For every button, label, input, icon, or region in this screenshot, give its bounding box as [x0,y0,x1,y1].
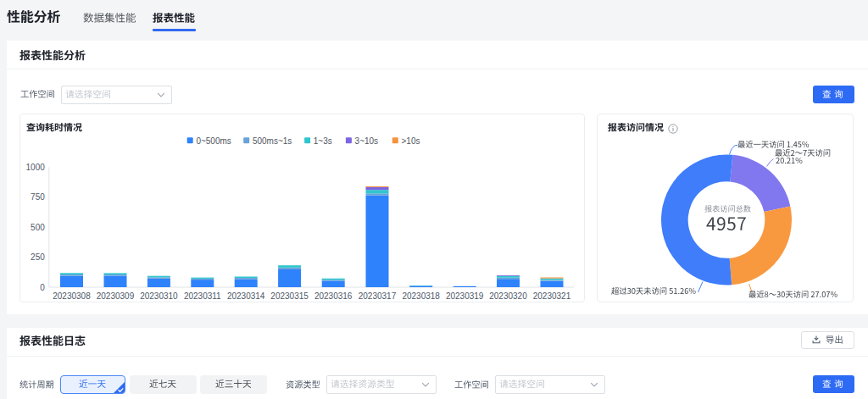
svg-text:250: 250 [31,252,45,262]
svg-text:500: 500 [31,223,45,232]
svg-text:20230309: 20230309 [97,291,135,301]
svg-text:20230310: 20230310 [140,291,178,301]
svg-text:20230308: 20230308 [53,291,91,301]
svg-text:20230317: 20230317 [359,291,397,301]
svg-text:1000: 1000 [26,163,46,172]
svg-text:20230320: 20230320 [489,291,527,301]
svg-text:20230314: 20230314 [227,291,265,301]
svg-text:20230318: 20230318 [402,291,440,301]
svg-text:750: 750 [31,192,45,202]
svg-text:20230315: 20230315 [270,291,309,301]
svg-text:20230311: 20230311 [184,291,221,301]
svg-text:20230316: 20230316 [314,291,353,301]
svg-text:20230321: 20230321 [533,291,571,301]
svg-text:0: 0 [40,283,45,292]
svg-text:20230319: 20230319 [446,291,484,301]
